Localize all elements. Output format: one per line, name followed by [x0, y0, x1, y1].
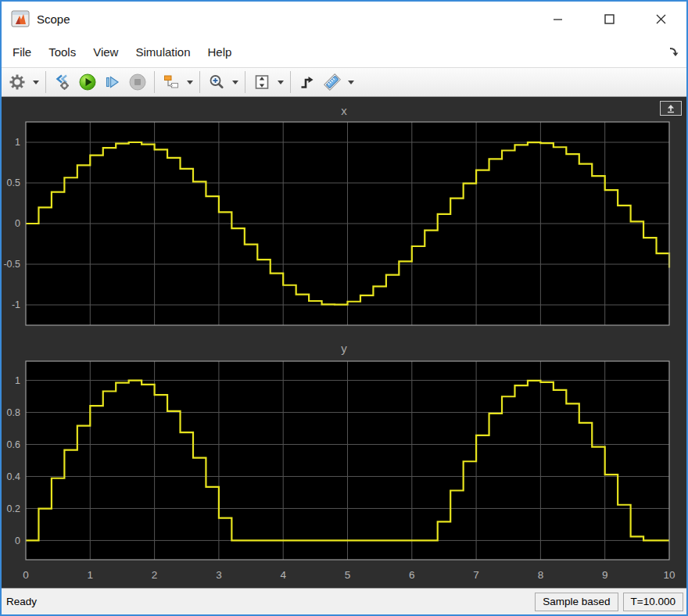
svg-text:-1: -1 — [12, 299, 20, 310]
svg-text:0: 0 — [23, 569, 29, 581]
cursor-measurements-button[interactable] — [320, 70, 345, 94]
menubar: File Tools View Simulation Help — [2, 36, 686, 67]
scale-axes-dropdown-caret[interactable] — [274, 70, 286, 94]
svg-text:1: 1 — [15, 137, 20, 148]
toolbar-separator — [245, 71, 245, 93]
svg-text:1: 1 — [88, 569, 94, 581]
dock-arrow-icon[interactable] — [668, 45, 680, 58]
chart-x-canvas[interactable]: -1-0.500.51 — [2, 119, 686, 330]
menu-tools[interactable]: Tools — [48, 45, 76, 59]
toolbar-separator — [154, 71, 155, 93]
scale-axes-button[interactable] — [249, 70, 274, 94]
highlight-simulink-block-button[interactable] — [159, 70, 184, 94]
menu-simulation[interactable]: Simulation — [135, 45, 190, 59]
menu-view[interactable]: View — [93, 45, 118, 59]
configuration-gear-button[interactable] — [5, 70, 30, 94]
toolbar — [2, 67, 686, 97]
stop-button[interactable] — [125, 70, 150, 94]
chart-x-title: x — [2, 103, 686, 119]
svg-text:10: 10 — [663, 569, 675, 581]
stepping-options-button[interactable] — [50, 70, 75, 94]
chart-y-title: y — [2, 341, 686, 356]
toolbar-separator — [290, 71, 291, 93]
svg-text:8: 8 — [538, 569, 544, 581]
svg-text:0: 0 — [15, 218, 20, 229]
svg-text:0.4: 0.4 — [7, 471, 20, 482]
toolbar-separator — [199, 71, 200, 93]
window-title: Scope — [37, 13, 70, 26]
menu-file[interactable]: File — [13, 45, 31, 59]
scope-app-icon — [11, 9, 30, 28]
status-mode-badge: Sample based — [535, 593, 618, 611]
measurements-dropdown-caret[interactable] — [345, 70, 357, 94]
svg-text:0.6: 0.6 — [7, 439, 20, 450]
svg-text:5: 5 — [345, 569, 351, 581]
triggers-button[interactable] — [295, 70, 320, 94]
run-button[interactable] — [75, 70, 100, 94]
minimize-button[interactable] — [532, 2, 583, 36]
chart-y-canvas[interactable]: 00.20.40.60.81012345678910 — [2, 356, 686, 588]
statusbar: Ready Sample based T=10.000 — [2, 588, 686, 614]
titlebar: Scope — [2, 2, 686, 36]
svg-text:2: 2 — [152, 569, 158, 581]
svg-text:0.2: 0.2 — [7, 503, 20, 514]
svg-text:-0.5: -0.5 — [3, 259, 20, 270]
zoom-dropdown-caret[interactable] — [229, 70, 241, 94]
plot-area: x -1-0.500.51 y 00.20.40.60.810123456789… — [2, 97, 686, 588]
highlight-dropdown-caret[interactable] — [184, 70, 195, 94]
svg-text:3: 3 — [216, 569, 222, 581]
status-panels: Sample based T=10.000 — [530, 593, 686, 611]
window-controls — [532, 2, 686, 36]
svg-text:1: 1 — [15, 375, 20, 386]
svg-text:9: 9 — [602, 569, 608, 581]
close-button[interactable] — [635, 2, 686, 36]
svg-text:7: 7 — [473, 569, 479, 581]
status-time-badge: T=10.000 — [623, 593, 683, 611]
maximize-button[interactable] — [583, 2, 635, 36]
svg-text:4: 4 — [280, 569, 286, 581]
svg-text:6: 6 — [409, 569, 415, 581]
toolbar-separator — [45, 71, 46, 93]
zoom-button[interactable] — [204, 70, 229, 94]
menu-help[interactable]: Help — [208, 45, 232, 59]
svg-text:0.5: 0.5 — [7, 177, 20, 188]
expand-panel-button[interactable] — [660, 101, 682, 116]
status-text: Ready — [2, 596, 37, 607]
svg-text:0.8: 0.8 — [7, 407, 20, 418]
step-forward-button[interactable] — [100, 70, 125, 94]
configuration-dropdown-caret[interactable] — [30, 70, 41, 94]
scope-window: Scope File Tools View Simulation Help — [0, 0, 688, 616]
svg-text:0: 0 — [15, 535, 20, 546]
